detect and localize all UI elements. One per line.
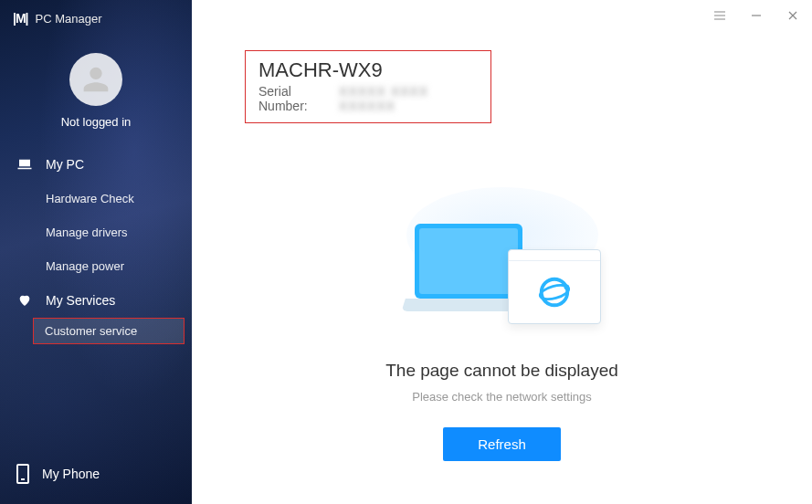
refresh-button[interactable]: Refresh [443,427,561,461]
browser-e-icon [537,275,572,310]
error-area: The page cannot be displayed Please chec… [192,123,812,504]
window-controls [712,7,801,24]
sidebar-item-my-phone[interactable]: My Phone [0,451,192,497]
heart-icon [16,292,33,309]
sidebar-item-manage-drivers[interactable]: Manage drivers [0,215,192,249]
laptop-illustration [415,224,522,299]
sidebar-category-label: My Services [46,293,115,308]
menu-button[interactable] [712,7,728,24]
sidebar-item-manage-power[interactable]: Manage power [0,249,192,283]
error-title: The page cannot be displayed [385,361,618,381]
sidebar-category-label: My PC [46,157,84,172]
svg-point-0 [541,279,567,306]
sidebar-category-my-services[interactable]: My Services [0,283,192,318]
device-serial-value: XXXXX XXXX XXXXXX [339,84,478,113]
user-icon [78,61,114,98]
avatar[interactable] [69,53,122,106]
error-illustration [393,187,612,342]
device-model: MACHR-WX9 [258,58,478,82]
close-button[interactable] [785,7,801,24]
sidebar-item-label: My Phone [42,467,100,481]
minimize-button[interactable] [748,7,765,24]
laptop-icon [16,156,33,173]
sidebar-category-my-pc[interactable]: My PC [0,147,192,182]
main-content: MACHR-WX9 Serial Number: XXXXX XXXX XXXX… [192,0,812,504]
device-serial-label: Serial Number: [258,84,337,113]
device-serial-row: Serial Number: XXXXX XXXX XXXXXX [258,84,478,113]
sidebar-item-hardware-check[interactable]: Hardware Check [0,182,192,215]
app-name: PC Manager [36,12,102,26]
login-status: Not logged in [61,115,132,129]
device-info-box: MACHR-WX9 Serial Number: XXXXX XXXX XXXX… [245,50,491,123]
svg-point-2 [564,284,569,289]
app-logo-icon: |M| [13,11,28,26]
user-section[interactable]: Not logged in [0,37,192,147]
browser-window-illustration [508,249,601,324]
app-brand: |M| PC Manager [0,0,192,37]
sidebar-bottom: My Phone [0,451,192,504]
error-subtitle: Please check the network settings [412,390,592,404]
phone-icon [16,464,29,484]
nav: My PC Hardware Check Manage drivers Mana… [0,147,192,451]
sidebar-item-customer-service[interactable]: Customer service [33,318,185,344]
close-icon [786,9,799,22]
hamburger-icon [713,9,726,22]
sidebar: |M| PC Manager Not logged in My PC Hardw… [0,0,192,504]
minimize-icon [750,9,763,22]
